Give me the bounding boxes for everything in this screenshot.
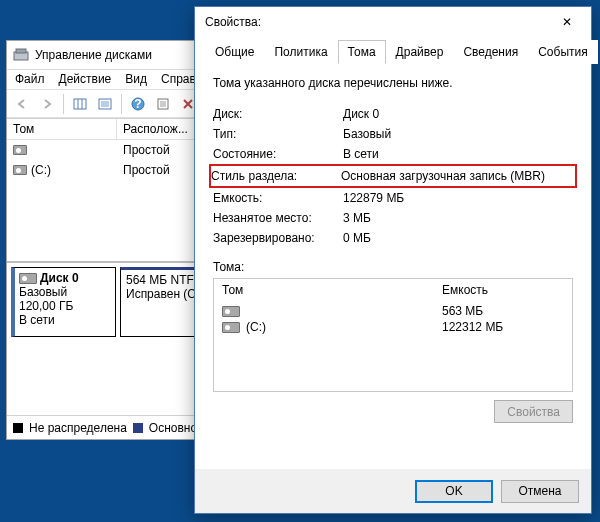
svg-rect-2 bbox=[74, 99, 86, 109]
label-capacity: Емкость: bbox=[213, 191, 343, 205]
disk-icon bbox=[19, 273, 37, 284]
value-state: В сети bbox=[343, 147, 379, 161]
menu-help[interactable]: Справ bbox=[161, 72, 196, 87]
volume-row[interactable]: (C:) 122312 МБ bbox=[222, 319, 564, 335]
toolbar-columns-icon[interactable] bbox=[69, 93, 91, 115]
svg-rect-1 bbox=[16, 49, 26, 53]
partition-style-row: Стиль раздела:Основная загрузочная запис… bbox=[209, 164, 577, 188]
dialog-titlebar: Свойства: ✕ bbox=[195, 7, 591, 37]
close-button[interactable]: ✕ bbox=[545, 8, 589, 36]
tab-volumes[interactable]: Тома bbox=[338, 40, 386, 64]
volume-cap: 122312 МБ bbox=[442, 320, 503, 334]
disk-size: 120,00 ГБ bbox=[19, 299, 111, 313]
tab-driver[interactable]: Драйвер bbox=[386, 40, 454, 64]
menu-file[interactable]: Файл bbox=[15, 72, 45, 87]
value-disk: Диск 0 bbox=[343, 107, 379, 121]
properties-dialog: Свойства: ✕ Общие Политика Тома Драйвер … bbox=[194, 6, 592, 514]
label-free: Незанятое место: bbox=[213, 211, 343, 225]
ok-button[interactable]: OK bbox=[415, 480, 493, 503]
svg-text:?: ? bbox=[134, 97, 141, 111]
value-partition-style: Основная загрузочная запись (MBR) bbox=[341, 169, 545, 183]
volume-properties-button: Свойства bbox=[494, 400, 573, 423]
label-type: Тип: bbox=[213, 127, 343, 141]
dialog-title-text: Свойства: bbox=[205, 15, 261, 29]
label-disk: Диск: bbox=[213, 107, 343, 121]
dialog-footer: OK Отмена bbox=[195, 469, 591, 513]
vol-col-name: Том bbox=[222, 283, 442, 297]
bg-title-text: Управление дисками bbox=[35, 48, 152, 62]
volume-row[interactable]: 563 МБ bbox=[222, 303, 564, 319]
volume-icon bbox=[222, 322, 240, 333]
volume-icon bbox=[222, 306, 240, 317]
menu-view[interactable]: Вид bbox=[125, 72, 147, 87]
value-free: 3 МБ bbox=[343, 211, 371, 225]
volume-icon bbox=[13, 145, 27, 155]
vol-col-capacity: Емкость bbox=[442, 283, 488, 297]
disk-info: Диск:Диск 0 Тип:Базовый Состояние:В сети… bbox=[213, 104, 573, 248]
svg-rect-10 bbox=[160, 101, 166, 107]
label-partition-style: Стиль раздела: bbox=[211, 169, 341, 183]
label-reserved: Зарезервировано: bbox=[213, 231, 343, 245]
legend-unallocated: Не распределена bbox=[29, 421, 127, 435]
menu-action[interactable]: Действие bbox=[59, 72, 112, 87]
close-icon: ✕ bbox=[562, 15, 572, 29]
disk-header-box[interactable]: Диск 0 Базовый 120,00 ГБ В сети bbox=[11, 267, 116, 337]
volume-cap: 563 МБ bbox=[442, 304, 483, 318]
tab-events[interactable]: События bbox=[528, 40, 598, 64]
tab-policy[interactable]: Политика bbox=[264, 40, 337, 64]
volumes-label: Тома: bbox=[213, 260, 573, 274]
cancel-button[interactable]: Отмена bbox=[501, 480, 579, 503]
label-state: Состояние: bbox=[213, 147, 343, 161]
toolbar-forward-icon[interactable] bbox=[36, 93, 58, 115]
disk-label: Диск 0 bbox=[40, 271, 79, 285]
tab-strip: Общие Политика Тома Драйвер Сведения Соб… bbox=[205, 37, 581, 64]
tab-details[interactable]: Сведения bbox=[453, 40, 528, 64]
value-reserved: 0 МБ bbox=[343, 231, 371, 245]
volume-icon bbox=[13, 165, 27, 175]
toolbar-settings-icon[interactable] bbox=[152, 93, 174, 115]
toolbar-refresh-icon[interactable] bbox=[94, 93, 116, 115]
dialog-body: Тома указанного диска перечислены ниже. … bbox=[195, 64, 591, 433]
app-icon bbox=[13, 47, 29, 63]
volumes-listbox[interactable]: Том Емкость 563 МБ (C:) 122312 МБ bbox=[213, 278, 573, 392]
disk-state: В сети bbox=[19, 313, 111, 327]
col-volume[interactable]: Том bbox=[7, 119, 117, 139]
tab-general[interactable]: Общие bbox=[205, 40, 264, 64]
toolbar-help-icon[interactable]: ? bbox=[127, 93, 149, 115]
legend-swatch-primary bbox=[133, 423, 143, 433]
disk-type: Базовый bbox=[19, 285, 111, 299]
legend-swatch-unallocated bbox=[13, 423, 23, 433]
value-type: Базовый bbox=[343, 127, 391, 141]
intro-text: Тома указанного диска перечислены ниже. bbox=[213, 76, 573, 90]
svg-rect-6 bbox=[101, 101, 109, 107]
value-capacity: 122879 МБ bbox=[343, 191, 404, 205]
toolbar-back-icon[interactable] bbox=[11, 93, 33, 115]
